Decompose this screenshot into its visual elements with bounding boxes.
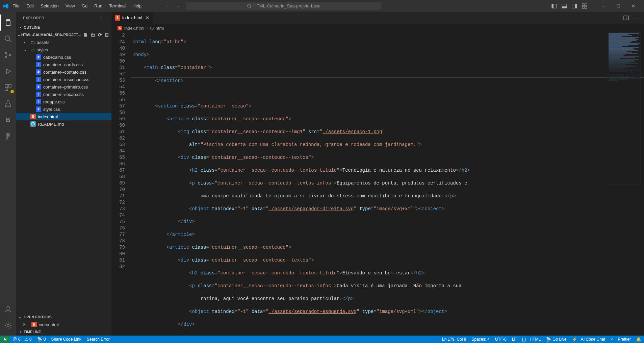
activity-testing[interactable] [0, 96, 16, 112]
status-language[interactable]: { } HTML [519, 336, 543, 343]
tree-file-css[interactable]: #style.css [16, 105, 111, 113]
tree-file-css[interactable]: #container--cards.css [16, 61, 111, 68]
outline-section[interactable]: ›OUTLINE [16, 24, 111, 31]
timeline-section[interactable]: ›TIMELINE [16, 328, 111, 336]
svg-point-24 [8, 135, 10, 137]
workspace-folder[interactable]: ⌄HTML-CALMARIA_SPA-PROJET... 🗎 🗀 ⟳ ⊟ [16, 31, 111, 39]
svg-point-22 [6, 138, 8, 140]
activity-run-debug[interactable] [0, 63, 16, 79]
svg-point-21 [6, 135, 8, 137]
svg-point-20 [6, 133, 8, 135]
code-editor[interactable]: 2244049505152535455565758596061626364656… [111, 32, 644, 336]
tree-folder-styles[interactable]: ⌄🗁styles [16, 46, 111, 53]
status-share-link[interactable]: Share Code Link [48, 336, 84, 343]
html-file-icon: 5 [118, 26, 122, 30]
activity-settings[interactable] [0, 317, 16, 334]
remote-indicator[interactable] [0, 336, 10, 343]
line-number-gutter: 2244049505152535455565758596061626364656… [111, 32, 131, 336]
toggle-panel-right-icon[interactable] [572, 3, 577, 9]
status-go-live[interactable]: 📡Go Live [543, 336, 569, 343]
new-folder-icon[interactable]: 🗀 [91, 32, 95, 38]
explorer-title: EXPLORER [23, 16, 44, 20]
tree-file-indexhtml[interactable]: 5index.html [16, 113, 111, 120]
nav-forward-icon[interactable]: → [175, 3, 180, 8]
activity-search[interactable] [0, 31, 16, 47]
status-indentation[interactable]: Spaces: 4 [469, 336, 492, 343]
activity-bold[interactable]: B [0, 112, 16, 128]
status-prettier[interactable]: ✓ Prettier [608, 336, 634, 343]
split-editor-icon[interactable] [623, 15, 629, 21]
svg-rect-7 [575, 4, 577, 8]
menu-edit[interactable]: Edit [23, 1, 37, 10]
svg-rect-18 [8, 84, 11, 87]
warning-badge [10, 90, 14, 94]
menu-help[interactable]: Help [129, 1, 145, 10]
toggle-panel-left-icon[interactable] [551, 3, 557, 9]
tree-file-readme[interactable]: ⓘREADME.md [16, 120, 111, 128]
vscode-logo-icon [3, 3, 9, 9]
status-search-error[interactable]: Search Error [84, 336, 112, 343]
tree-folder-assets[interactable]: ›🗀assets [16, 39, 111, 46]
menu-go[interactable]: Go [79, 1, 91, 10]
window-minimize[interactable]: ─ [596, 0, 611, 12]
svg-point-23 [8, 133, 10, 135]
svg-line-13 [9, 40, 11, 42]
svg-line-1 [250, 7, 251, 8]
toggle-panel-bottom-icon[interactable] [562, 3, 567, 9]
status-ports[interactable]: 📡0 [34, 336, 49, 343]
svg-point-25 [7, 307, 9, 309]
breadcrumb-separator: › [146, 26, 148, 31]
breadcrumb-scope[interactable]: html [156, 26, 164, 31]
breadcrumb-symbol-icon: ⬡ [150, 26, 154, 31]
activity-explorer[interactable] [0, 15, 16, 31]
breadcrumb-file[interactable]: index.html [124, 26, 144, 31]
status-eol[interactable]: LF [509, 336, 519, 343]
new-file-icon[interactable]: 🗎 [83, 32, 88, 38]
menu-selection[interactable]: Selection [37, 1, 61, 10]
tab-more-icon[interactable]: ··· [634, 15, 640, 20]
collapse-icon[interactable]: ⊟ [105, 32, 109, 38]
menu-file[interactable]: File [9, 1, 23, 10]
svg-point-26 [7, 324, 9, 326]
window-close[interactable]: ✕ [626, 0, 641, 12]
tree-file-css[interactable]: #container--primeiro.css [16, 83, 111, 91]
tab-label: index.html [122, 15, 142, 20]
tree-file-css[interactable]: #cabecalho.css [16, 53, 111, 61]
open-editor-item[interactable]: ✕ 5index.html [16, 321, 111, 328]
status-encoding[interactable]: UTF-8 [492, 336, 509, 343]
status-problems[interactable]: ⓧ0 ⚠0 [10, 336, 34, 343]
status-ai-chat[interactable]: ⚡ AI Code Chat [569, 336, 608, 343]
open-editors-section[interactable]: ⌄OPEN EDITORS [16, 313, 111, 321]
menu-view[interactable]: View [62, 1, 78, 10]
search-icon [247, 4, 252, 8]
minimap[interactable] [607, 32, 641, 185]
svg-point-0 [247, 4, 250, 7]
code-content[interactable]: <html lang="pt-br"> <body> <main class="… [131, 32, 644, 336]
nav-back-icon[interactable]: ← [165, 3, 169, 8]
search-title: HTML-Calmaria_Spa-projeto-base [254, 3, 321, 8]
status-cursor-pos[interactable]: Ln 179, Col 8 [439, 336, 469, 343]
activity-account[interactable] [0, 301, 16, 317]
svg-rect-11 [585, 6, 587, 8]
tab-close-icon[interactable]: ✕ [146, 15, 149, 20]
editor-tab-indexhtml[interactable]: 5 index.html ✕ [111, 12, 153, 24]
command-center-search[interactable]: HTML-Calmaria_Spa-projeto-base [186, 2, 382, 10]
svg-rect-10 [582, 6, 584, 8]
refresh-icon[interactable]: ⟳ [98, 32, 102, 38]
activity-extensions[interactable] [0, 79, 16, 96]
customize-layout-icon[interactable] [582, 3, 587, 9]
window-maximize[interactable]: ☐ [611, 0, 626, 12]
tree-file-css[interactable]: #container--contato.css [16, 68, 111, 76]
explorer-more-icon[interactable]: ··· [101, 16, 106, 20]
menu-run[interactable]: Run [91, 1, 105, 10]
activity-figma[interactable] [0, 128, 16, 144]
tree-file-css[interactable]: #rodape.css [16, 98, 111, 105]
activity-source-control[interactable] [0, 47, 16, 63]
svg-point-14 [5, 52, 7, 54]
close-editor-icon[interactable]: ✕ [22, 322, 26, 327]
tree-file-css[interactable]: #container--inscricao.css [16, 76, 111, 83]
menu-terminal[interactable]: Terminal [106, 1, 129, 10]
tree-file-css[interactable]: #container--secao.css [16, 91, 111, 98]
status-notifications[interactable]: 🔔 [634, 336, 644, 343]
svg-rect-3 [552, 4, 553, 8]
